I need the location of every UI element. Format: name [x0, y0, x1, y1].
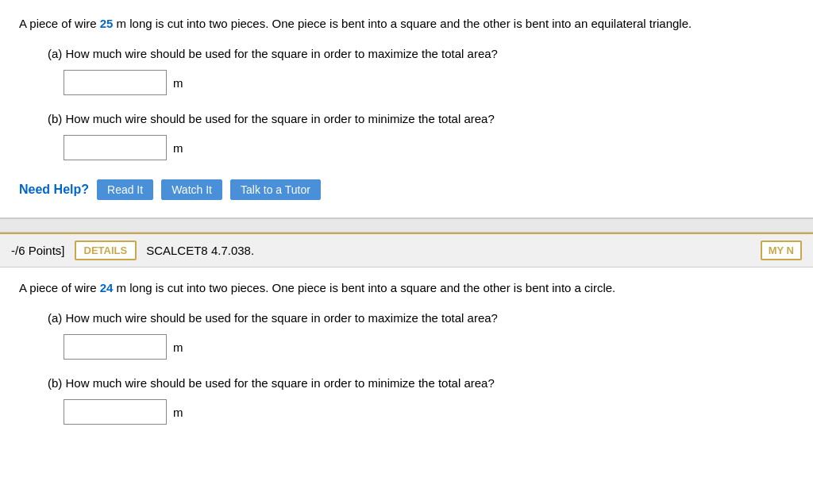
part-a-answer-row-2: m — [64, 334, 797, 360]
need-help-row: Need Help? Read It Watch It Talk to a Tu… — [16, 175, 797, 202]
part-b-question-2: (b) How much wire should be used for the… — [48, 374, 797, 393]
section-divider — [0, 218, 813, 233]
part-b-answer-row-1: m — [64, 135, 797, 160]
section-2: A piece of wire 24 m long is cut into tw… — [0, 279, 813, 455]
part-a-input-2[interactable] — [64, 334, 167, 360]
part-b-input-2[interactable] — [64, 399, 167, 425]
part-a-question-2: (a) How much wire should be used for the… — [48, 309, 797, 328]
details-badge: DETAILS — [75, 240, 137, 260]
part-b-answer-row-2: m — [64, 399, 797, 425]
problem-suffix-2: m long is cut into two pieces. One piece… — [113, 281, 615, 294]
need-help-label: Need Help? — [19, 183, 89, 197]
problem-text-1: A piece of wire 25 m long is cut into tw… — [16, 14, 797, 33]
section-2-header: -/6 Points] DETAILS SCALCET8 4.7.038. MY… — [0, 233, 813, 267]
section-1: A piece of wire 25 m long is cut into tw… — [0, 0, 813, 218]
points-label: -/6 Points] — [11, 244, 65, 257]
problem-text-2: A piece of wire 24 m long is cut into tw… — [16, 279, 797, 298]
part-a-answer-row-1: m — [64, 70, 797, 95]
part-a-input-1[interactable] — [64, 70, 167, 95]
problem-prefix-1: A piece of wire — [19, 17, 100, 30]
part-a-question-1: (a) How much wire should be used for the… — [48, 44, 797, 63]
problem-suffix-1: m long is cut into two pieces. One piece… — [113, 17, 692, 30]
part-b-unit-1: m — [173, 141, 183, 155]
part-a-unit-2: m — [173, 340, 183, 354]
problem-id-2: SCALCET8 4.7.038. — [146, 244, 254, 257]
wire-length-2: 24 — [100, 281, 114, 294]
read-it-button[interactable]: Read It — [97, 179, 153, 200]
part-b-input-1[interactable] — [64, 135, 167, 160]
talk-to-tutor-button[interactable]: Talk to a Tutor — [230, 179, 321, 200]
part-b-question-1: (b) How much wire should be used for the… — [48, 110, 797, 129]
watch-it-button[interactable]: Watch It — [161, 179, 222, 200]
my-notes-badge: MY N — [761, 240, 802, 260]
part-a-unit-1: m — [173, 76, 183, 90]
wire-length-1: 25 — [100, 17, 114, 30]
problem-prefix-2: A piece of wire — [19, 281, 100, 294]
part-b-unit-2: m — [173, 406, 183, 419]
